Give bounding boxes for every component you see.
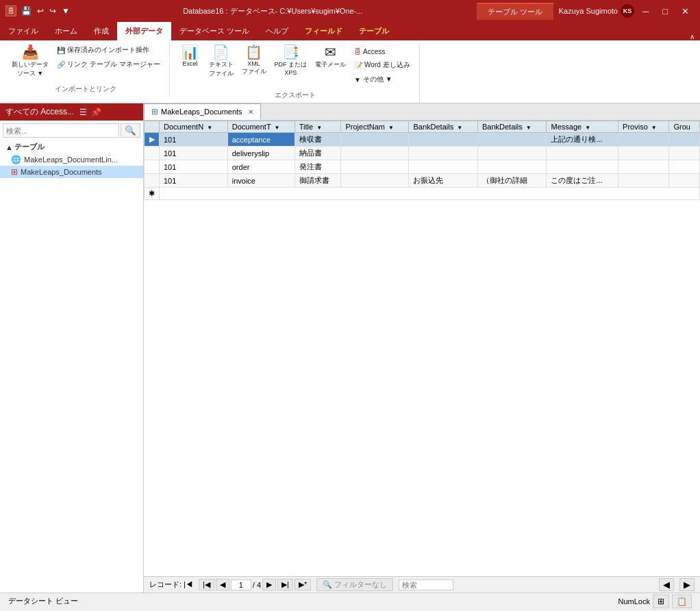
nav-prev-button[interactable]: ◀ xyxy=(216,579,229,590)
scroll-right-button[interactable]: ▶ xyxy=(679,578,695,591)
tab-file[interactable]: ファイル xyxy=(0,22,47,40)
sidebar-pin-icon[interactable]: 📌 xyxy=(91,108,101,117)
pdf-export-button[interactable]: 📑 PDF またはXPS xyxy=(271,43,311,78)
access-export-button[interactable]: 🗄 Access xyxy=(351,46,414,58)
cell-bank2-4[interactable]: （御社の詳細 xyxy=(477,174,547,188)
cell-group-2[interactable] xyxy=(669,147,700,160)
link-manager-button[interactable]: 🔗 リンク テーブル マネージャー xyxy=(53,58,164,71)
cell-message-3[interactable] xyxy=(547,160,618,174)
cell-group-4[interactable] xyxy=(669,174,700,188)
tab-help[interactable]: ヘルプ xyxy=(258,22,297,40)
col-header-message[interactable]: Message ▼ xyxy=(547,121,618,133)
sidebar-search-button[interactable]: 🔍 xyxy=(121,123,140,138)
sidebar-item-docmain[interactable]: ⊞ MakeLeaps_Documents xyxy=(0,166,143,178)
ribbon-collapse-button[interactable]: ∧ xyxy=(684,33,700,40)
cell-docnum-3[interactable]: 101 xyxy=(160,160,228,174)
nav-next-button[interactable]: ▶ xyxy=(262,579,276,590)
cell-doctype-4[interactable]: invoice xyxy=(227,174,295,188)
cell-projname-4[interactable] xyxy=(341,174,409,188)
cell-title-1[interactable]: 検収書 xyxy=(295,133,341,147)
col-header-bank2[interactable]: BankDetails ▼ xyxy=(477,121,547,133)
cell-projname-3[interactable] xyxy=(341,160,409,174)
cell-docnum-4[interactable]: 101 xyxy=(160,174,228,188)
sidebar-item-doclin[interactable]: 🌐 MakeLeaps_DocumentLin... xyxy=(0,153,143,166)
save-import-button[interactable]: 💾 保存済みのインポート操作 xyxy=(53,43,164,57)
sidebar-section-tables[interactable]: ▲ テーブル xyxy=(0,140,143,153)
tab-create[interactable]: 作成 xyxy=(86,22,117,40)
tab-home[interactable]: ホーム xyxy=(47,22,86,40)
more-export-button[interactable]: ▼ その他 ▼ xyxy=(351,73,414,86)
xml-export-button[interactable]: 📋 XMLファイル xyxy=(238,43,270,78)
cell-proviso-4[interactable] xyxy=(618,174,669,188)
cell-doctype-2[interactable]: deliveryslip xyxy=(227,147,295,160)
excel-export-button[interactable]: 📊 Excel xyxy=(177,43,204,69)
new-datasource-button[interactable]: 📥 新しいデータソース ▼ xyxy=(8,43,52,80)
data-grid[interactable]: DocumentN ▼ DocumentT ▼ Title ▼ ProjectN… xyxy=(144,121,700,576)
nav-new-button[interactable]: ▶* xyxy=(295,579,311,590)
cell-doctype-1[interactable]: acceptance xyxy=(227,133,295,147)
cell-bank2-1[interactable] xyxy=(477,133,547,147)
nav-first-button[interactable]: |◀ xyxy=(199,579,214,590)
cell-bank1-4[interactable]: お振込先 xyxy=(409,174,478,188)
email-export-button[interactable]: ✉ 電子メール xyxy=(312,43,349,71)
minimize-button[interactable]: ─ xyxy=(637,5,654,18)
cell-title-3[interactable]: 発注書 xyxy=(295,160,341,174)
col-header-group[interactable]: Grou xyxy=(669,121,700,133)
cell-doctype-3[interactable]: order xyxy=(227,160,295,174)
table-new-row[interactable]: ✱ xyxy=(145,188,700,200)
col-header-title[interactable]: Title ▼ xyxy=(295,121,341,133)
datasheet-view-button[interactable]: ⊞ xyxy=(653,595,669,608)
cell-projname-1[interactable] xyxy=(341,133,409,147)
table-row[interactable]: 101 order 発注書 xyxy=(145,160,700,174)
sidebar-options-icon[interactable]: ☰ xyxy=(79,108,87,117)
tab-make-leaps-documents[interactable]: ⊞ MakeLeaps_Documents ✕ xyxy=(144,103,261,120)
grid-search-input[interactable] xyxy=(399,579,453,590)
cell-docnum-1[interactable]: 101 xyxy=(160,133,228,147)
layout-view-button[interactable]: 📋 xyxy=(672,595,692,608)
tab-table[interactable]: テーブル xyxy=(351,22,397,40)
col-header-doctype[interactable]: DocumentT ▼ xyxy=(227,121,295,133)
cell-proviso-2[interactable] xyxy=(618,147,669,160)
cell-message-1[interactable]: 上記の通り検... xyxy=(547,133,618,147)
save-qat-button[interactable]: 💾 xyxy=(19,5,34,17)
word-export-button[interactable]: 📝 Word 差し込み xyxy=(351,58,414,72)
col-header-docnum[interactable]: DocumentN ▼ xyxy=(160,121,228,133)
cell-title-4[interactable]: 御請求書 xyxy=(295,174,341,188)
col-header-bank1[interactable]: BankDetails ▼ xyxy=(409,121,478,133)
close-button[interactable]: ✕ xyxy=(676,5,695,18)
col-header-projectname[interactable]: ProjectNam ▼ xyxy=(341,121,409,133)
table-row[interactable]: 101 deliveryslip 納品書 xyxy=(145,147,700,160)
current-record-input[interactable] xyxy=(231,579,251,590)
scroll-left-button[interactable]: ◀ xyxy=(659,578,674,591)
tab-fields[interactable]: フィールド xyxy=(297,22,351,40)
cell-bank1-1[interactable] xyxy=(409,133,478,147)
cell-message-2[interactable] xyxy=(547,147,618,160)
cell-bank1-3[interactable] xyxy=(409,160,478,174)
tab-dbtools[interactable]: データベース ツール xyxy=(171,22,258,40)
cell-group-1[interactable] xyxy=(669,133,700,147)
redo-qat-button[interactable]: ↪ xyxy=(47,5,58,17)
table-row[interactable]: 101 invoice 御請求書 お振込先 （御社の詳細 この度はご注... xyxy=(145,174,700,188)
cell-title-2[interactable]: 納品書 xyxy=(295,147,341,160)
text-export-button[interactable]: 📄 テキストファイル xyxy=(205,43,237,80)
cell-proviso-3[interactable] xyxy=(618,160,669,174)
undo-qat-button[interactable]: ↩ xyxy=(35,5,46,17)
cell-proviso-1[interactable] xyxy=(618,133,669,147)
tab-close-button[interactable]: ✕ xyxy=(248,108,253,116)
cell-bank2-2[interactable] xyxy=(477,147,547,160)
cell-bank1-2[interactable] xyxy=(409,147,478,160)
cell-projname-2[interactable] xyxy=(341,147,409,160)
filter-button[interactable]: 🔍 フィルターなし xyxy=(316,578,393,591)
sidebar-search-input[interactable] xyxy=(3,123,119,138)
table-row[interactable]: ▶ 101 acceptance 検収書 上記の通り検... xyxy=(145,133,700,147)
qat-dropdown-button[interactable]: ▼ xyxy=(60,5,72,17)
cell-group-3[interactable] xyxy=(669,160,700,174)
maximize-button[interactable]: □ xyxy=(657,5,673,18)
cell-bank2-3[interactable] xyxy=(477,160,547,174)
tab-external[interactable]: 外部データ xyxy=(117,22,171,40)
new-row-cell[interactable] xyxy=(160,188,700,200)
col-header-proviso[interactable]: Proviso ▼ xyxy=(618,121,669,133)
cell-docnum-2[interactable]: 101 xyxy=(160,147,228,160)
nav-last-button[interactable]: ▶| xyxy=(277,579,293,590)
cell-message-4[interactable]: この度はご注... xyxy=(547,174,618,188)
